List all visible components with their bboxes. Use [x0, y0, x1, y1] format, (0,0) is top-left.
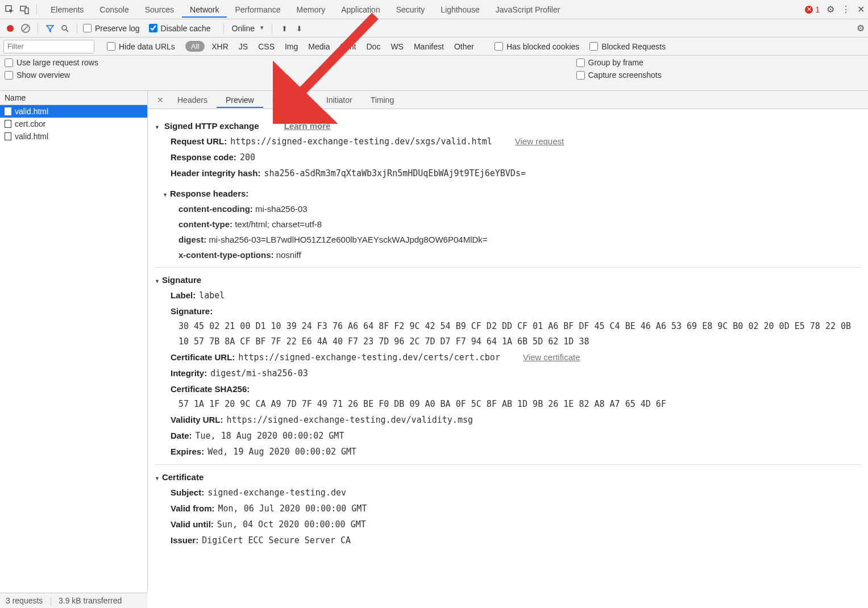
- top-tab-performance[interactable]: Performance: [227, 2, 288, 18]
- top-tab-application[interactable]: Application: [333, 2, 388, 18]
- response-header-value: mi-sha256-03: [253, 204, 308, 214]
- cert-validuntil-k: Valid until:: [171, 519, 214, 529]
- sxg-section-title[interactable]: Signed HTTP exchange Learn more: [155, 118, 861, 134]
- signature-section-title[interactable]: Signature: [155, 272, 861, 288]
- detail-tab-response[interactable]: Response: [263, 92, 317, 108]
- response-headers-title[interactable]: Response headers:: [163, 186, 861, 201]
- import-har-icon[interactable]: [278, 22, 290, 35]
- sig-integrity-k: Integrity:: [171, 368, 207, 378]
- clear-button[interactable]: [19, 22, 32, 35]
- response-header-row: content-type: text/html; charset=utf-8: [178, 216, 861, 232]
- sig-integrity-v: digest/mi-sha256-03: [210, 368, 308, 378]
- learn-more-link[interactable]: Learn more: [284, 121, 331, 131]
- has-blocked-cookies-checkbox[interactable]: Has blocked cookies: [495, 42, 579, 51]
- show-overview-checkbox[interactable]: Show overview: [5, 70, 285, 80]
- inspect-element-icon[interactable]: [3, 3, 16, 16]
- top-tab-console[interactable]: Console: [92, 2, 136, 18]
- more-menu-icon[interactable]: ⋮: [841, 4, 850, 15]
- record-button[interactable]: [7, 25, 14, 32]
- top-tab-memory[interactable]: Memory: [289, 2, 334, 18]
- type-filter-css[interactable]: CSS: [255, 41, 278, 52]
- throttling-dropdown[interactable]: Online: [230, 23, 266, 34]
- request-name: cert.cbor: [15, 119, 45, 128]
- detail-tab-initiator[interactable]: Initiator: [317, 92, 362, 108]
- cert-validfrom-v: Mon, 06 Jul 2020 00:00:00 GMT: [218, 503, 367, 514]
- disable-cache-checkbox[interactable]: Disable cache: [149, 24, 211, 33]
- top-tab-security[interactable]: Security: [388, 2, 433, 18]
- view-certificate-link[interactable]: View certificate: [523, 352, 580, 362]
- divider: [272, 23, 272, 34]
- network-settings-icon[interactable]: ⚙: [857, 23, 865, 34]
- capture-screenshots-label: Capture screenshots: [588, 70, 662, 80]
- large-rows-checkbox[interactable]: Use large request rows: [5, 58, 285, 67]
- settings-icon[interactable]: ⚙: [827, 4, 834, 15]
- response-header-row: digest: mi-sha256-03=LB7wdlHO51Z1Ze600lb…: [178, 232, 861, 247]
- error-count-text: 1: [815, 5, 820, 14]
- cert-issuer-v: DigiCert ECC Secure Server CA: [202, 535, 351, 545]
- blocked-requests-checkbox[interactable]: Blocked Requests: [589, 42, 666, 51]
- filter-toggle-icon[interactable]: [44, 22, 56, 35]
- cert-validuntil-v: Sun, 04 Oct 2020 00:00:00 GMT: [217, 519, 366, 530]
- top-tab-lighthouse[interactable]: Lighthouse: [433, 2, 488, 18]
- show-overview-label: Show overview: [16, 70, 70, 80]
- status-requests: 3 requests: [6, 596, 43, 605]
- file-icon: [5, 132, 11, 140]
- type-filter-manifest[interactable]: Manifest: [410, 41, 447, 52]
- sig-expires-k: Expires:: [171, 447, 204, 456]
- request-row[interactable]: valid.html: [0, 105, 147, 118]
- filter-input[interactable]: [3, 40, 94, 53]
- view-request-link[interactable]: View request: [515, 136, 564, 146]
- detail-tab-preview[interactable]: Preview: [217, 92, 263, 108]
- top-tab-sources[interactable]: Sources: [137, 2, 182, 18]
- sig-validity-k: Validity URL:: [171, 415, 223, 424]
- search-icon[interactable]: [59, 22, 71, 35]
- device-toolbar-icon[interactable]: [18, 3, 31, 16]
- divider: [223, 23, 224, 34]
- type-filter-other[interactable]: Other: [451, 41, 477, 52]
- type-filter-font[interactable]: Font: [337, 41, 359, 52]
- hide-data-urls-checkbox[interactable]: Hide data URLs: [107, 42, 175, 51]
- sig-date-k: Date:: [171, 431, 192, 440]
- type-filter-media[interactable]: Media: [305, 41, 333, 52]
- disable-cache-label: Disable cache: [161, 24, 211, 33]
- request-url-value: https://signed-exchange-testing.dev/sxgs…: [230, 136, 492, 147]
- capture-screenshots-checkbox[interactable]: Capture screenshots: [576, 70, 857, 80]
- response-header-key: x-content-type-options:: [178, 250, 273, 260]
- sig-validity-v: https://signed-exchange-testing.dev/vali…: [227, 415, 473, 425]
- request-list-header[interactable]: Name: [0, 91, 147, 105]
- detail-tab-headers[interactable]: Headers: [168, 92, 217, 108]
- type-filter-js[interactable]: JS: [235, 41, 251, 52]
- request-list: Name valid.htmlcert.cborvalid.html: [0, 91, 148, 591]
- type-filter-ws[interactable]: WS: [387, 41, 407, 52]
- top-tab-elements[interactable]: Elements: [43, 2, 92, 18]
- error-count-badge[interactable]: ✕ 1: [805, 5, 820, 14]
- close-devtools-icon[interactable]: ✕: [857, 4, 865, 15]
- request-name: valid.html: [15, 107, 48, 116]
- request-row[interactable]: valid.html: [0, 130, 147, 143]
- svg-point-3: [62, 26, 67, 30]
- cert-subject-v: signed-exchange-testing.dev: [207, 488, 346, 498]
- header-integrity-value: sha256-aSdRm3m7qXtaWb3xjRn5mHDUqEbWAj9t9…: [264, 168, 526, 178]
- response-code-value: 200: [240, 152, 255, 163]
- type-filter-img[interactable]: Img: [281, 41, 301, 52]
- top-tab-javascript-profiler[interactable]: JavaScript Profiler: [488, 2, 568, 18]
- sig-date-v: Tue, 18 Aug 2020 00:00:02 GMT: [196, 431, 344, 441]
- close-detail-icon[interactable]: ✕: [152, 95, 168, 105]
- type-filter-doc[interactable]: Doc: [363, 41, 384, 52]
- group-by-frame-checkbox[interactable]: Group by frame: [576, 58, 857, 67]
- type-filter-all[interactable]: All: [185, 41, 205, 52]
- preserve-log-checkbox[interactable]: Preserve log: [83, 24, 140, 33]
- type-filters: AllXHRJSCSSImgMediaFontDocWSManifestOthe…: [185, 41, 477, 52]
- sig-signature-k: Signature:: [171, 306, 213, 316]
- detail-tab-timing[interactable]: Timing: [362, 92, 404, 108]
- type-filter-xhr[interactable]: XHR: [208, 41, 232, 52]
- export-har-icon[interactable]: [293, 22, 305, 35]
- sig-label-v: label: [199, 290, 225, 301]
- top-tab-network[interactable]: Network: [182, 2, 227, 18]
- filter-bar: Hide data URLs AllXHRJSCSSImgMediaFontDo…: [0, 38, 868, 56]
- header-integrity-label: Header integrity hash:: [171, 168, 260, 178]
- request-row[interactable]: cert.cbor: [0, 118, 147, 130]
- cert-validfrom-k: Valid from:: [171, 503, 215, 513]
- certificate-section-title[interactable]: Certificate: [155, 469, 861, 485]
- response-header-key: digest:: [178, 235, 206, 244]
